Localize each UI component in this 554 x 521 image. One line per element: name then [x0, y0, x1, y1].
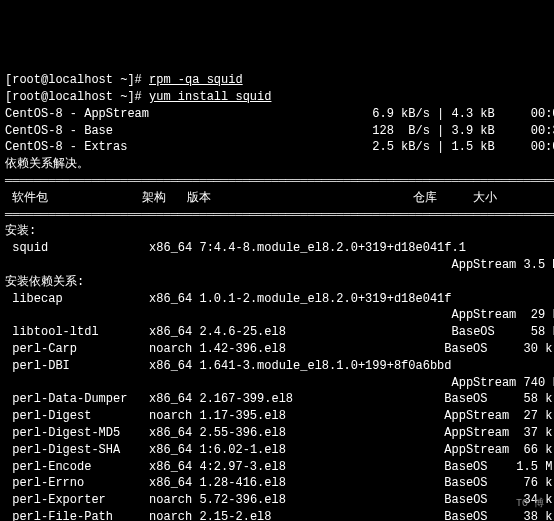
list-item: perl-Carp noarch 1.42-396.el8 BaseOS 30 … [5, 342, 552, 356]
watermark: TO 博 [516, 497, 544, 511]
repo-line: CentOS-8 - Base 128 B/s | 3.9 kB 00:31 [5, 124, 554, 138]
list-item: perl-Digest noarch 1.17-395.el8 AppStrea… [5, 409, 552, 423]
col-repo: 仓库 [413, 191, 437, 205]
repo-line: CentOS-8 - AppStream 6.9 kB/s | 4.3 kB 0… [5, 107, 554, 121]
list-item: perl-Digest-SHA x86_64 1:6.02-1.el8 AppS… [5, 443, 552, 457]
command: yum install squid [149, 90, 271, 104]
list-item: perl-Errno x86_64 1.28-416.el8 BaseOS 76… [5, 476, 552, 490]
prompt: [root@localhost ~]# [5, 73, 142, 87]
command: rpm -qa squid [149, 73, 243, 87]
install-header: 安装: [5, 224, 36, 238]
prompt: [root@localhost ~]# [5, 90, 142, 104]
list-item: perl-DBI x86_64 1.641-3.module_el8.1.0+1… [5, 359, 452, 373]
repo-line: CentOS-8 - Extras 2.5 kB/s | 1.5 kB 00:0… [5, 140, 554, 154]
deps-resolved: 依赖关系解决。 [5, 157, 89, 171]
pkg-name: squid [12, 241, 48, 255]
list-item: perl-Digest-MD5 x86_64 2.55-396.el8 AppS… [5, 426, 552, 440]
list-item: perl-Exporter noarch 5.72-396.el8 BaseOS… [5, 493, 552, 507]
list-item: perl-Encode x86_64 4:2.97-3.el8 BaseOS 1… [5, 460, 552, 474]
deps-header: 安装依赖关系: [5, 275, 84, 289]
list-item: perl-File-Path noarch 2.15-2.el8 BaseOS … [5, 510, 552, 521]
col-arch: 架构 [142, 191, 166, 205]
col-size: 大小 [473, 191, 497, 205]
col-ver: 版本 [187, 191, 211, 205]
terminal-output: [root@localhost ~]# rpm -qa squid [root@… [5, 72, 549, 521]
list-item: AppStream 740 k [5, 376, 554, 390]
col-pkg: 软件包 [12, 191, 48, 205]
pkg-name: libecap [12, 292, 62, 306]
list-item: libtool-ltdl x86_64 2.4.6-25.el8 BaseOS … [5, 325, 554, 339]
list-item: perl-Data-Dumper x86_64 2.167-399.el8 Ba… [5, 392, 552, 406]
